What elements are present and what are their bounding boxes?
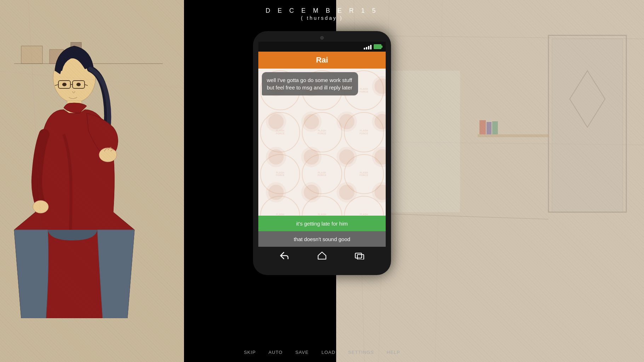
svg-line-9 (55, 84, 58, 86)
background-left (0, 0, 184, 362)
help-button[interactable]: HELP (387, 350, 400, 355)
svg-line-10 (85, 84, 88, 86)
message-bubble: well I've gotta go do some work stuff bu… (262, 72, 358, 95)
svg-rect-31 (487, 122, 491, 134)
svg-rect-7 (73, 81, 85, 88)
choice-button-1[interactable]: it's getting late for him (258, 216, 386, 231)
character-illustration (0, 0, 184, 318)
signal-bar-3 (368, 46, 369, 49)
phone-top-bar (253, 31, 391, 42)
day-text: ( thursday ) (265, 15, 378, 21)
bottom-toolbar: SKIP AUTO SAVE LOAD SETTINGS HELP (244, 350, 400, 355)
watermark-8: FLASHFORCE (302, 154, 342, 194)
choice-buttons: it's getting late for him that doesn't s… (258, 216, 386, 247)
svg-rect-0 (0, 0, 184, 318)
signal-bars (364, 44, 372, 49)
load-button[interactable]: LOAD (321, 350, 335, 355)
recents-icon[interactable] (355, 252, 364, 262)
svg-rect-34 (357, 255, 364, 259)
date-header: D E C E M B E R 1 5 ( thursday ) (265, 7, 378, 21)
home-icon[interactable] (317, 251, 327, 262)
svg-rect-33 (355, 253, 362, 258)
phone-device: Rai FLASHFORCE FLASHFORCE FLASHFORCE FLA… (253, 31, 391, 275)
svg-rect-32 (492, 121, 498, 134)
svg-line-16 (28, 0, 46, 318)
status-bar (258, 42, 386, 52)
contact-name: Rai (316, 56, 328, 65)
svg-marker-23 (570, 71, 605, 127)
svg-line-17 (0, 71, 184, 88)
save-button[interactable]: SAVE (295, 350, 309, 355)
svg-point-15 (33, 200, 48, 213)
phone-camera (320, 36, 324, 40)
svg-rect-4 (71, 42, 81, 64)
svg-point-5 (53, 53, 96, 103)
date-text: D E C E M B E R 1 5 (265, 7, 378, 14)
signal-bar-4 (370, 45, 372, 49)
signal-bar-1 (364, 48, 365, 49)
signal-bar-2 (366, 47, 367, 49)
svg-rect-6 (58, 81, 70, 88)
svg-rect-30 (479, 120, 486, 134)
watermark-9: FLASHFORCE (344, 154, 384, 194)
auto-button[interactable]: AUTO (269, 350, 283, 355)
phone-screen: Rai FLASHFORCE FLASHFORCE FLASHFORCE FLA… (258, 42, 386, 247)
svg-rect-2 (21, 46, 42, 64)
svg-line-26 (435, 0, 442, 362)
watermark-7: FLASHFORCE (260, 154, 300, 194)
watermark-12: FLASHFORCE (344, 196, 384, 216)
back-icon[interactable] (280, 252, 289, 262)
svg-point-14 (99, 148, 117, 162)
watermark-5: FLASHFORCE (302, 112, 342, 152)
svg-rect-22 (552, 39, 623, 212)
phone-bottom-nav (258, 247, 386, 266)
svg-rect-13 (67, 101, 81, 113)
svg-point-11 (62, 83, 67, 86)
chat-body: FLASHFORCE FLASHFORCE FLASHFORCE FLASHFO… (258, 69, 386, 216)
svg-rect-21 (548, 35, 626, 212)
settings-button[interactable]: SETTINGS (348, 350, 374, 355)
svg-rect-29 (478, 134, 548, 137)
skip-button[interactable]: SKIP (244, 350, 256, 355)
watermark-4: FLASHFORCE (260, 112, 300, 152)
svg-point-12 (76, 83, 81, 86)
watermark-6: FLASHFORCE (344, 112, 384, 152)
choice-button-2[interactable]: that doesn't sound good (258, 231, 386, 247)
chat-header: Rai (258, 52, 386, 69)
battery-icon (374, 44, 381, 49)
watermark-10: FLASHFORCE (260, 196, 300, 216)
watermark-11: FLASHFORCE (302, 196, 342, 216)
svg-rect-3 (50, 49, 64, 64)
